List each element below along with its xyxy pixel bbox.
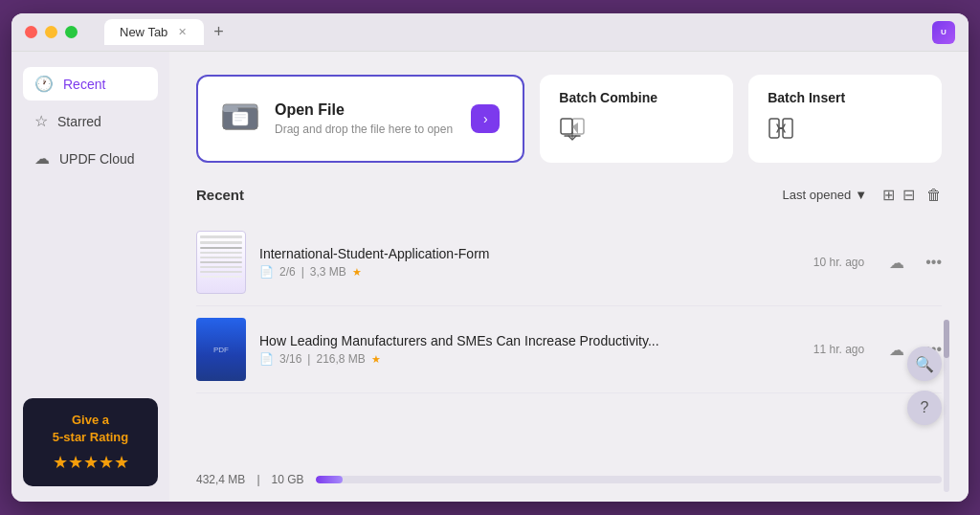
maximize-button[interactable]: [65, 26, 78, 38]
main-content: 🕐 Recent ☆ Starred ☁ UPDF Cloud Give a 5…: [11, 52, 969, 502]
file-time: 11 hr. ago: [813, 343, 864, 356]
scroll-indicator[interactable]: [944, 320, 949, 492]
sidebar: 🕐 Recent ☆ Starred ☁ UPDF Cloud Give a 5…: [11, 52, 169, 502]
file-thumbnail: [196, 231, 246, 294]
promo-banner[interactable]: Give a 5-star Rating ★★★★★: [23, 398, 158, 486]
filter-chevron-icon: ▼: [855, 188, 867, 202]
tab-close-button[interactable]: ✕: [175, 26, 189, 39]
sidebar-item-cloud[interactable]: ☁ UPDF Cloud: [23, 142, 158, 175]
svg-rect-10: [783, 119, 792, 138]
batch-combine-icon: [559, 115, 714, 147]
svg-rect-4: [234, 114, 246, 116]
sidebar-item-recent[interactable]: 🕐 Recent: [23, 67, 158, 101]
storage-used: 432,4 MB: [196, 473, 245, 486]
open-file-title: Open File: [275, 101, 453, 119]
batch-insert-card[interactable]: Batch Insert: [748, 75, 942, 163]
more-options-icon[interactable]: •••: [925, 254, 942, 271]
svg-rect-7: [561, 119, 572, 134]
promo-stars: ★★★★★: [33, 452, 148, 473]
new-tab-button[interactable]: +: [208, 22, 230, 42]
file-size: 216,8 MB: [316, 352, 365, 366]
new-tab[interactable]: New Tab ✕: [104, 19, 204, 45]
batch-insert-icon: [768, 115, 923, 147]
tab-bar: New Tab ✕ +: [104, 19, 230, 45]
view-toggle-icons: ⊞ ⊟ 🗑: [882, 186, 942, 204]
batch-insert-title: Batch Insert: [768, 90, 923, 105]
content-area: Open File Drag and drop the file here to…: [169, 52, 969, 502]
svg-rect-5: [234, 117, 246, 119]
floating-buttons: 🔍 ?: [907, 347, 942, 425]
storage-bar-track: [316, 476, 942, 483]
search-float-button[interactable]: 🔍: [907, 347, 942, 381]
filter-label: Last opened: [783, 188, 852, 202]
content-wrapper: Open File Drag and drop the file here to…: [169, 52, 969, 502]
minimize-button[interactable]: [45, 26, 57, 38]
file-name: International-Student-Application-Form: [259, 246, 800, 261]
file-item[interactable]: International-Student-Application-Form 📄…: [196, 219, 942, 306]
cloud-nav-icon: ☁: [34, 149, 50, 168]
recent-filter-dropdown[interactable]: Last opened ▼: [783, 188, 867, 202]
storage-bar-fill: [316, 476, 343, 483]
close-button[interactable]: [25, 26, 37, 38]
open-file-subtitle: Drag and drop the file here to open: [275, 123, 453, 136]
file-name: How Leading Manufacturers and SMEs Can I…: [259, 333, 800, 348]
top-actions: Open File Drag and drop the file here to…: [196, 75, 942, 163]
recent-section: Recent Last opened ▼ ⊞ ⊟ 🗑: [196, 186, 942, 486]
open-file-card[interactable]: Open File Drag and drop the file here to…: [196, 75, 524, 163]
file-size: 3,3 MB: [310, 265, 346, 279]
clock-icon: 🕐: [34, 75, 54, 93]
file-thumbnail: PDF: [196, 318, 246, 381]
sidebar-item-starred[interactable]: ☆ Starred: [23, 104, 158, 138]
batch-combine-card[interactable]: Batch Combine: [540, 75, 733, 163]
grid-view-icon[interactable]: ⊞: [882, 186, 895, 204]
help-float-icon: ?: [921, 399, 929, 416]
help-float-button[interactable]: ?: [907, 391, 942, 425]
promo-title: Give a 5-star Rating: [33, 412, 148, 446]
file-time: 10 hr. ago: [813, 256, 864, 269]
file-item[interactable]: PDF How Leading Manufacturers and SMEs C…: [196, 306, 942, 393]
titlebar: New Tab ✕ + U: [11, 13, 969, 52]
file-info: How Leading Manufacturers and SMEs Can I…: [259, 333, 800, 366]
storage-separator: |: [256, 473, 259, 486]
page-icon: 📄: [259, 352, 274, 366]
file-meta: 📄 3/16 | 216,8 MB ★: [259, 352, 800, 366]
recent-title: Recent: [196, 187, 244, 203]
sidebar-item-starred-label: Starred: [57, 114, 101, 129]
storage-total: 10 GB: [272, 473, 304, 486]
app-window: New Tab ✕ + U 🕐 Recent ☆ Starred ☁ UPDF …: [11, 13, 969, 502]
recent-header: Recent Last opened ▼ ⊞ ⊟ 🗑: [196, 186, 942, 204]
search-float-icon: 🔍: [915, 355, 934, 373]
star-icon: ☆: [34, 112, 48, 130]
batch-combine-title: Batch Combine: [559, 90, 714, 105]
scroll-thumb[interactable]: [944, 320, 949, 358]
open-file-arrow[interactable]: ›: [471, 104, 500, 133]
tab-title: New Tab: [120, 25, 167, 39]
file-pages: 2/6: [279, 265, 296, 279]
cloud-sync-icon[interactable]: ☁: [889, 341, 904, 359]
file-list: International-Student-Application-Form 📄…: [196, 219, 942, 461]
storage-bar-section: 432,4 MB | 10 GB: [196, 473, 942, 486]
svg-rect-9: [769, 119, 779, 138]
cloud-sync-icon[interactable]: ☁: [889, 254, 904, 272]
open-file-text: Open File Drag and drop the file here to…: [275, 101, 453, 136]
starred-icon: ★: [371, 353, 381, 366]
list-view-icon[interactable]: ⊟: [902, 186, 915, 204]
sidebar-item-recent-label: Recent: [63, 77, 105, 92]
delete-icon[interactable]: 🗑: [926, 187, 942, 204]
folder-icon: [221, 97, 259, 142]
svg-rect-2: [223, 107, 238, 112]
svg-rect-6: [234, 120, 242, 122]
app-logo: U: [932, 21, 955, 44]
sidebar-item-cloud-label: UPDF Cloud: [59, 151, 135, 167]
file-meta: 📄 2/6 | 3,3 MB ★: [259, 265, 800, 279]
file-info: International-Student-Application-Form 📄…: [259, 246, 800, 279]
page-icon: 📄: [259, 265, 274, 279]
starred-icon: ★: [352, 266, 362, 279]
file-pages: 3/16: [279, 352, 301, 366]
